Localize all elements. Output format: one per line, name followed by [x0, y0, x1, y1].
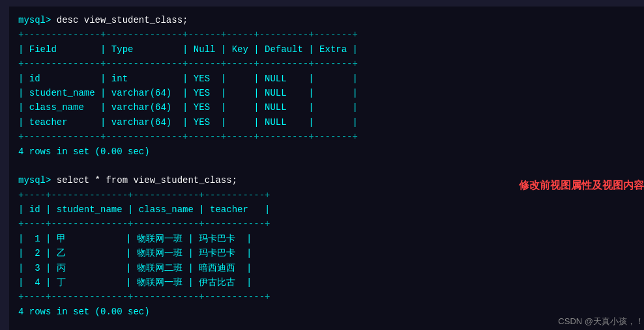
desc-border-mid: +--------------+--------------+------+--… [18, 59, 358, 69]
desc-header: | Field | Type | Null | Key | Default | … [18, 44, 358, 55]
annotation-text: 修改前视图属性及视图内容 [519, 179, 644, 193]
prompt-1: mysql> [18, 15, 57, 25]
select-header: | id | student_name | class_name | teach… [18, 204, 270, 215]
select-result: 4 rows in set (0.00 sec) [18, 307, 150, 317]
desc-row-3: | class_name | varchar(64) | YES | | NUL… [18, 102, 358, 113]
select-border-bot: +----+--------------+------------+------… [18, 292, 270, 302]
select-border-mid: +----+--------------+------------+------… [18, 219, 270, 229]
desc-result: 4 rows in set (0.00 sec) [18, 146, 150, 157]
select-row-3: | 3 | 丙 | 物联网二班 | 暗西迪西 | [18, 263, 252, 273]
command-1: desc view_student_class; [57, 15, 188, 25]
watermark-text: CSDN @天真小孩，！ [558, 316, 644, 327]
desc-border-bot: +--------------+--------------+------+--… [18, 131, 358, 142]
prompt-2: mysql> [18, 175, 57, 186]
desc-row-2: | student_name | varchar(64) | YES | | N… [18, 88, 358, 98]
desc-row-4: | teacher | varchar(64) | YES | | NULL |… [18, 117, 358, 128]
terminal-content: mysql> desc view_student_class; +-------… [18, 13, 644, 319]
desc-row-1: | id | int | YES | | NULL | | [18, 74, 358, 84]
select-row-4: | 4 | 丁 | 物联网一班 | 伊古比古 | [18, 277, 252, 288]
select-row-2: | 2 | 乙 | 物联网一班 | 玛卡巴卡 | [18, 248, 252, 258]
terminal-window: mysql> desc view_student_class; +-------… [9, 7, 644, 330]
desc-border-top: +--------------+--------------+------+--… [18, 29, 358, 40]
select-row-1: | 1 | 甲 | 物联网一班 | 玛卡巴卡 | [18, 234, 252, 244]
select-border-top: +----+--------------+------------+------… [18, 190, 270, 200]
command-2: select * from view_student_class; [57, 175, 237, 186]
